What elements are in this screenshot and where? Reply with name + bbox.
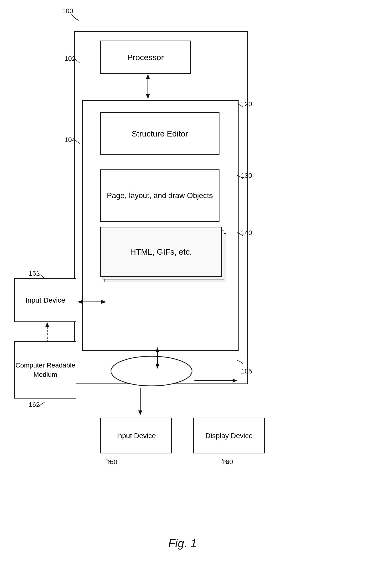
ellipse-to-display-arrow <box>193 371 241 390</box>
ref-105-label: 105 <box>241 368 252 375</box>
diagram: 100 102 Processor 120 Structure Editor 1… <box>0 0 365 588</box>
svg-marker-5 <box>155 364 159 369</box>
ref-150-curve <box>105 458 114 465</box>
ref-140-curve <box>236 232 246 239</box>
ref-160-curve <box>221 458 230 465</box>
ref-102-curve <box>71 57 81 64</box>
page-layout-box: Page, layout, and draw Objects <box>100 170 219 222</box>
ref-120-curve <box>236 103 246 110</box>
processor-structure-arrow <box>138 74 157 100</box>
processor-box: Processor <box>100 41 191 74</box>
input-device-bottom-box: Input Device <box>100 418 172 453</box>
ref-105-curve <box>236 359 246 366</box>
ref-104-curve <box>73 138 82 146</box>
svg-marker-6 <box>155 347 159 352</box>
svg-marker-12 <box>77 300 82 304</box>
svg-marker-15 <box>45 322 49 327</box>
main-to-ellipse-arrow <box>148 347 167 371</box>
computer-readable-box: Computer Readable Medium <box>14 341 76 398</box>
ref-161-curve <box>37 272 47 280</box>
fig-label: Fig. 1 <box>0 537 365 550</box>
crm-to-input-dashed-arrow <box>40 322 54 346</box>
display-device-box: Display Device <box>193 418 265 453</box>
svg-marker-2 <box>146 74 150 79</box>
svg-marker-8 <box>138 411 142 415</box>
ref-162-curve <box>37 400 47 408</box>
svg-marker-1 <box>146 94 150 99</box>
structure-editor-box: Structure Editor <box>100 112 219 155</box>
ellipse-to-input-arrow <box>131 387 150 418</box>
ref-100-curve <box>62 7 81 21</box>
svg-marker-13 <box>101 300 106 304</box>
html-gifs-box: HTML, GIFs, etc. <box>100 227 222 277</box>
input-left-to-main-arrow <box>76 295 107 309</box>
input-device-left-box: Input Device <box>14 278 76 322</box>
ref-130-curve <box>236 174 246 181</box>
svg-marker-10 <box>233 379 237 383</box>
